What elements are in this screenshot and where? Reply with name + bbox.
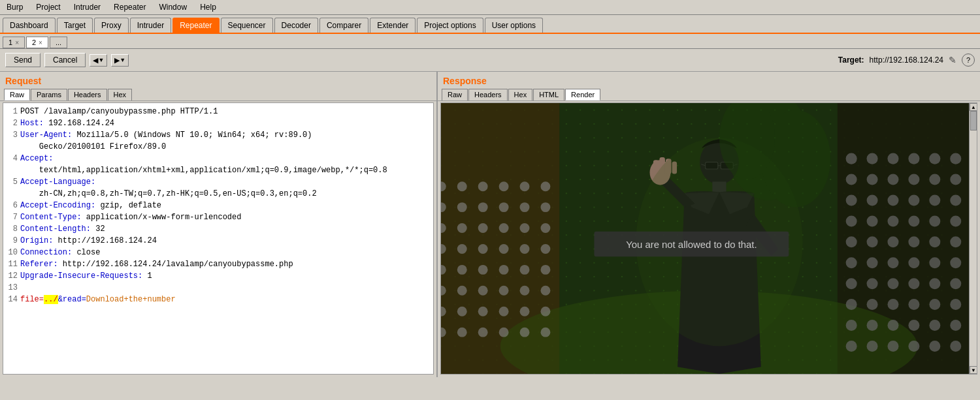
help-button[interactable]: ? bbox=[962, 54, 975, 67]
svg-point-33 bbox=[929, 236, 940, 247]
svg-point-8 bbox=[908, 153, 919, 164]
nav-next-group: ▶ ▼ bbox=[111, 54, 129, 67]
nav-next-button[interactable]: ▶ ▼ bbox=[111, 54, 129, 67]
svg-point-91 bbox=[478, 265, 488, 275]
svg-point-54 bbox=[867, 320, 878, 331]
svg-point-105 bbox=[520, 307, 530, 316]
tab-extender[interactable]: Extender bbox=[370, 18, 416, 33]
tab-dashboard[interactable]: Dashboard bbox=[3, 18, 56, 33]
svg-point-42 bbox=[867, 278, 878, 289]
tab-decoder[interactable]: Decoder bbox=[274, 18, 318, 33]
request-tab-raw[interactable]: Raw bbox=[4, 89, 30, 100]
line-content-12: Upgrade-Insecure-Requests: 1 bbox=[20, 270, 429, 282]
request-tab-params[interactable]: Params bbox=[31, 89, 67, 100]
tab-user-options[interactable]: User options bbox=[485, 18, 543, 33]
tab-proxy[interactable]: Proxy bbox=[94, 18, 129, 33]
scroll-track bbox=[970, 111, 977, 366]
code-line-10: 10 Connection: close bbox=[7, 247, 429, 258]
tab-project-options[interactable]: Project options bbox=[417, 18, 483, 33]
request-tabs: Raw Params Headers Hex bbox=[0, 89, 436, 101]
svg-point-92 bbox=[499, 265, 509, 275]
line-content-9: Origin: http://192.168.124.24 bbox=[20, 235, 429, 247]
line-content-13 bbox=[20, 282, 429, 294]
sub-tab-1[interactable]: 1 × bbox=[3, 37, 25, 48]
menu-bar: Burp Project Intruder Repeater Window He… bbox=[0, 0, 980, 15]
scroll-down-arrow[interactable]: ▼ bbox=[970, 366, 977, 374]
cancel-button[interactable]: Cancel bbox=[44, 53, 86, 67]
sub-tab-1-close[interactable]: × bbox=[15, 39, 19, 46]
svg-point-99 bbox=[520, 286, 530, 296]
sub-tab-1-label: 1 bbox=[8, 38, 12, 46]
svg-point-32 bbox=[908, 236, 919, 247]
svg-text:You are not allowed to do that: You are not allowed to do that. bbox=[626, 239, 757, 250]
svg-point-97 bbox=[478, 286, 488, 296]
svg-point-10 bbox=[950, 153, 961, 164]
svg-point-27 bbox=[929, 215, 940, 226]
menu-burp[interactable]: Burp bbox=[3, 1, 27, 13]
chevron-down-icon2: ▼ bbox=[120, 57, 125, 63]
svg-point-76 bbox=[540, 202, 550, 212]
sub-tab-2[interactable]: 2 × bbox=[26, 37, 48, 48]
code-line-14: 14 file=../&read=Download+the+number bbox=[7, 294, 429, 305]
menu-window[interactable]: Window bbox=[155, 1, 191, 13]
svg-point-68 bbox=[499, 181, 509, 191]
menu-help[interactable]: Help bbox=[196, 1, 220, 13]
svg-point-21 bbox=[929, 194, 940, 206]
scroll-thumb[interactable] bbox=[970, 111, 977, 131]
request-tab-headers[interactable]: Headers bbox=[68, 89, 107, 100]
line-content-1: POST /lavalamp/canyoubypassme.php HTTP/1… bbox=[20, 106, 429, 117]
send-button[interactable]: Send bbox=[5, 53, 41, 67]
menu-repeater[interactable]: Repeater bbox=[110, 1, 150, 13]
response-tab-hex[interactable]: Hex bbox=[508, 89, 533, 100]
svg-point-74 bbox=[499, 202, 509, 212]
edit-target-button[interactable]: ✎ bbox=[949, 55, 956, 65]
svg-point-46 bbox=[950, 278, 961, 289]
svg-point-59 bbox=[846, 341, 857, 352]
scroll-up-arrow[interactable]: ▲ bbox=[970, 103, 977, 111]
code-line-12: 12 Upgrade-Insecure-Requests: 1 bbox=[7, 270, 429, 282]
response-tab-render[interactable]: Render bbox=[565, 89, 600, 100]
svg-point-96 bbox=[457, 286, 467, 296]
svg-point-88 bbox=[540, 244, 550, 254]
svg-point-109 bbox=[478, 328, 488, 337]
line-content-2: Host: 192.168.124.24 bbox=[20, 117, 429, 129]
response-scrollbar[interactable]: ▲ ▼ bbox=[969, 103, 977, 374]
svg-point-94 bbox=[540, 265, 550, 275]
svg-point-75 bbox=[520, 202, 530, 212]
svg-point-100 bbox=[540, 286, 550, 296]
request-header: Request bbox=[0, 72, 436, 89]
svg-point-50 bbox=[908, 299, 919, 310]
response-tab-headers[interactable]: Headers bbox=[468, 89, 508, 100]
code-line-6: 6 Accept-Encoding: gzip, deflate bbox=[7, 200, 429, 211]
svg-point-55 bbox=[887, 320, 898, 331]
request-code-area[interactable]: 1 POST /lavalamp/canyoubypassme.php HTTP… bbox=[3, 102, 434, 375]
svg-point-64 bbox=[950, 341, 961, 352]
line-num-4: 4 bbox=[7, 153, 18, 176]
svg-point-7 bbox=[887, 153, 898, 164]
line-content-7: Content-Type: application/x-www-form-url… bbox=[20, 211, 429, 223]
tab-sequencer[interactable]: Sequencer bbox=[221, 18, 273, 33]
target-label: Target: bbox=[838, 55, 864, 65]
svg-point-86 bbox=[499, 244, 509, 254]
menu-project[interactable]: Project bbox=[32, 1, 64, 13]
nav-prev-button[interactable]: ◀ ▼ bbox=[90, 54, 107, 67]
line-content-14: file=../&read=Download+the+number bbox=[20, 294, 429, 305]
tab-comparer[interactable]: Comparer bbox=[319, 18, 368, 33]
tab-target[interactable]: Target bbox=[57, 18, 93, 33]
svg-point-67 bbox=[478, 181, 488, 191]
svg-point-20 bbox=[908, 194, 919, 206]
response-tab-raw[interactable]: Raw bbox=[442, 89, 468, 100]
svg-point-87 bbox=[520, 244, 530, 254]
chevron-down-icon: ▼ bbox=[98, 57, 104, 63]
tab-repeater[interactable]: Repeater bbox=[172, 18, 219, 33]
response-tab-html[interactable]: HTML bbox=[533, 89, 564, 100]
response-tabs: Raw Headers Hex HTML Render bbox=[438, 89, 980, 101]
tab-intruder[interactable]: Intruder bbox=[130, 18, 171, 33]
sub-tab-more[interactable]: ... bbox=[50, 37, 67, 48]
request-tab-hex[interactable]: Hex bbox=[108, 89, 133, 100]
sub-tab-2-close[interactable]: × bbox=[39, 39, 42, 46]
menu-intruder[interactable]: Intruder bbox=[70, 1, 105, 13]
sub-tabs: 1 × 2 × ... bbox=[0, 34, 980, 49]
svg-point-53 bbox=[846, 320, 857, 331]
line-num-12: 12 bbox=[7, 270, 18, 282]
